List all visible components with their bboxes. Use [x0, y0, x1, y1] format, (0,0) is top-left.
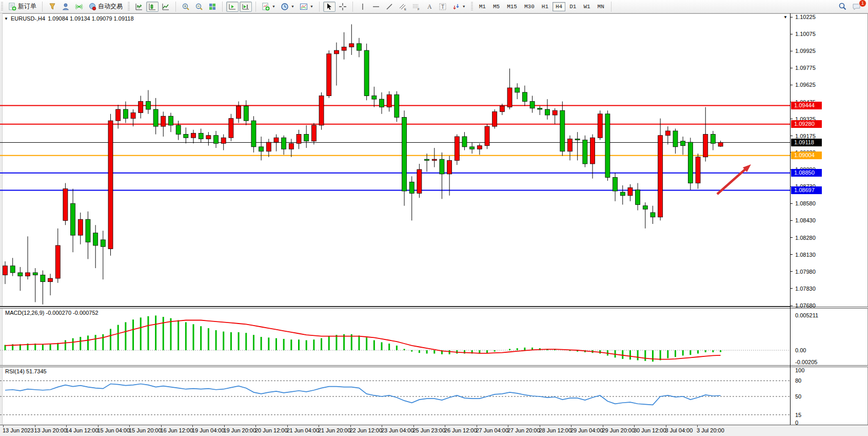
cursor-icon — [325, 3, 333, 11]
horizontal-line-button[interactable] — [370, 2, 382, 12]
macd-indicator-label: MACD(12,26,9) -0.000270 -0.000752 — [5, 310, 98, 316]
candle-body — [146, 102, 150, 109]
candle — [477, 143, 482, 155]
candle — [101, 231, 105, 279]
ohlc-toggle-icon[interactable]: ▼ — [4, 16, 8, 21]
dropdown-caret: ▼ — [462, 5, 466, 8]
candle — [206, 132, 211, 145]
text-label-icon: T — [439, 3, 447, 11]
dropdown-caret: ▼ — [291, 5, 294, 8]
signals-button[interactable] — [73, 2, 85, 12]
candle-body — [432, 159, 437, 160]
text-button[interactable]: A — [423, 2, 436, 12]
tile-windows-button[interactable] — [206, 2, 219, 12]
auto-trading-label: 自动交易 — [98, 2, 123, 11]
new-order-button[interactable]: 新订单 — [6, 2, 38, 12]
indicators-button[interactable]: ▼ — [260, 2, 278, 12]
candle — [297, 130, 301, 149]
candle-body — [402, 117, 407, 191]
toolbar-drag-handle[interactable] — [1, 2, 3, 11]
tab-timeframe-M5[interactable]: M5 — [490, 2, 503, 11]
candle-body — [470, 147, 475, 149]
candles-layer — [3, 24, 723, 304]
symbol-timeframe-label: EURUSD-,H4 — [11, 15, 45, 22]
time-axis[interactable]: 13 Jun 202313 Jun 20:0014 Jun 12:0015 Ju… — [0, 425, 868, 436]
time-axis-label: 25 Jun 23:00 — [413, 427, 446, 433]
candle-body — [289, 143, 293, 149]
tab-timeframe-H4[interactable]: H4 — [553, 2, 565, 11]
candle-body — [477, 146, 482, 149]
time-axis-label: 22 Jun 12:00 — [350, 427, 383, 433]
tab-timeframe-M15[interactable]: M15 — [504, 2, 520, 11]
tile-windows-icon — [208, 3, 216, 11]
candle-body — [394, 94, 399, 117]
candle — [658, 119, 663, 221]
candle — [598, 110, 602, 140]
candle-body — [538, 108, 542, 109]
main-chart-plot[interactable] — [0, 13, 868, 307]
candle — [78, 213, 83, 244]
zoom-out-button[interactable] — [193, 2, 205, 12]
toolbar: 新订单 自动交易 — [0, 0, 868, 13]
candle — [492, 109, 497, 129]
bar-chart-button[interactable] — [133, 2, 145, 12]
auto-scroll-button[interactable] — [226, 2, 239, 12]
toolbar-drag-handle[interactable] — [471, 2, 473, 11]
rsi-panel[interactable] — [0, 367, 868, 425]
template-icon — [300, 3, 308, 11]
candle — [153, 98, 158, 135]
search-button[interactable] — [836, 2, 849, 12]
crosshair-icon — [339, 3, 347, 11]
candle-body — [48, 278, 53, 282]
chat-button[interactable]: 1 — [850, 2, 863, 12]
candle — [605, 110, 610, 181]
candle-body — [711, 135, 715, 144]
candle-body — [560, 110, 565, 151]
price-axis-tick: 1.07830 — [795, 285, 816, 292]
vertical-line-button[interactable] — [357, 2, 369, 12]
time-axis-label: 21 Jun 20:00 — [318, 427, 351, 433]
zoom-in-button[interactable] — [180, 2, 192, 12]
tab-timeframe-MN[interactable]: MN — [595, 2, 607, 11]
cursor-button[interactable] — [323, 2, 336, 12]
chart-shift-button[interactable] — [240, 2, 252, 12]
arrows-button[interactable]: ▼ — [450, 2, 468, 12]
tab-timeframe-M30[interactable]: M30 — [521, 2, 538, 11]
templates-button[interactable]: ▼ — [298, 2, 315, 12]
candle — [380, 92, 384, 114]
trend-arrow-annotation[interactable] — [717, 164, 751, 194]
line-chart-button[interactable] — [160, 2, 172, 12]
channel-icon: E — [399, 3, 407, 11]
candle-body — [380, 99, 384, 107]
price-axis-tick: 1.10225 — [795, 13, 816, 21]
tab-timeframe-W1[interactable]: W1 — [580, 2, 593, 11]
candle — [696, 154, 700, 188]
crosshair-button[interactable] — [337, 2, 349, 12]
market-watch-button[interactable] — [46, 2, 58, 12]
candle — [507, 68, 512, 109]
time-axis-label: 27 Jun 20:00 — [507, 427, 540, 433]
periods-button[interactable]: ▼ — [279, 2, 297, 12]
trendline-button[interactable] — [383, 2, 396, 12]
equidistant-channel-button[interactable]: E — [397, 2, 409, 12]
candle-body — [342, 47, 346, 51]
candle-body — [161, 116, 166, 126]
candlestick-chart-button[interactable] — [146, 2, 159, 12]
candle-body — [18, 273, 23, 276]
candle-body — [334, 50, 339, 54]
dropdown-caret: ▼ — [272, 5, 275, 8]
candle — [553, 108, 557, 124]
profile-icon — [62, 3, 70, 11]
tab-timeframe-D1[interactable]: D1 — [566, 2, 579, 11]
tab-timeframe-M1[interactable]: M1 — [476, 2, 489, 11]
candle — [184, 127, 188, 143]
macd-panel[interactable] — [0, 309, 868, 365]
toolbar-drag-handle[interactable] — [128, 2, 130, 11]
time-axis-label: 28 Jun 12:00 — [539, 427, 572, 433]
auto-trading-button[interactable]: 自动交易 — [86, 2, 125, 12]
profile-button[interactable] — [60, 2, 72, 12]
text-label-button[interactable]: T — [437, 2, 449, 12]
fibonacci-button[interactable]: F — [410, 2, 422, 12]
time-axis-label: 19 Jun 20:00 — [224, 427, 257, 433]
tab-timeframe-H1[interactable]: H1 — [539, 2, 551, 11]
